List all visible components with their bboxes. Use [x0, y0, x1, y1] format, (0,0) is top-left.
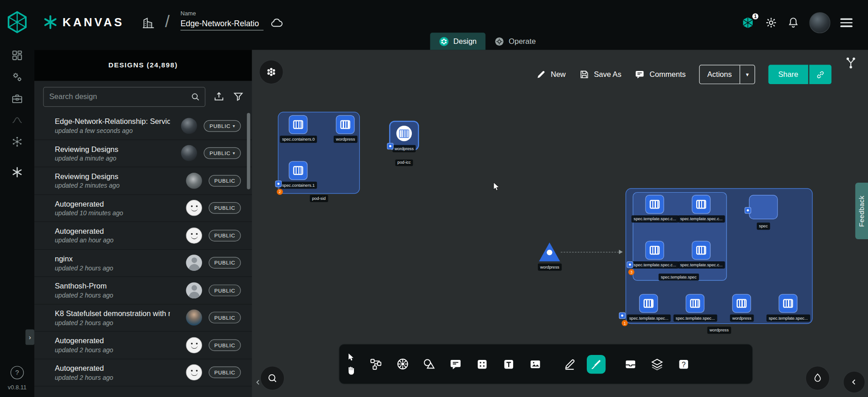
- pencil-tool[interactable]: [560, 354, 579, 373]
- kanvas-logo-icon: [43, 15, 58, 29]
- layers-tool[interactable]: [648, 354, 667, 373]
- notifications-button[interactable]: [787, 17, 799, 29]
- container-node[interactable]: spec.template.spec...: [766, 294, 810, 321]
- user-avatar[interactable]: [809, 12, 830, 33]
- caret-down-icon: ▾: [233, 123, 236, 128]
- toolbox-icon[interactable]: [6, 91, 28, 106]
- visibility-badge[interactable]: PUBLIC: [209, 202, 241, 214]
- drop-pin-button[interactable]: [806, 366, 830, 390]
- issue-count-badge: 1: [622, 320, 627, 326]
- container-node[interactable]: spec.template.spec.c...: [632, 241, 679, 269]
- save-as-button[interactable]: Save As: [579, 69, 622, 80]
- comments-button[interactable]: Comments: [635, 69, 686, 80]
- visibility-badge[interactable]: PUBLIC▾: [204, 147, 241, 159]
- list-item[interactable]: Reviewing Designsupdated a minute ago PU…: [34, 140, 252, 167]
- container-node[interactable]: wordpress: [334, 115, 357, 143]
- list-item[interactable]: Autogeneratedupdated an hour ago PUBLIC: [34, 222, 252, 250]
- visibility-badge[interactable]: PUBLIC: [209, 257, 241, 269]
- share-button[interactable]: Share: [769, 65, 808, 84]
- list-item[interactable]: Autogeneratedupdated 10 minutes ago PUBL…: [34, 194, 252, 222]
- kubernetes-wheel-icon: [396, 357, 410, 371]
- actions-button[interactable]: Actions ▾: [699, 65, 755, 84]
- search-input[interactable]: [49, 92, 190, 100]
- kubernetes-badge-icon: [275, 180, 282, 187]
- design-tab-icon: [439, 36, 449, 46]
- zoom-button[interactable]: [260, 366, 285, 390]
- visibility-badge[interactable]: PUBLIC: [209, 339, 241, 351]
- tab-design[interactable]: Design: [430, 33, 485, 50]
- dashboard-icon[interactable]: [6, 47, 28, 63]
- design-name-input[interactable]: [180, 18, 264, 30]
- edge-pen-tool[interactable]: [587, 354, 606, 373]
- edge-connector[interactable]: [561, 252, 622, 252]
- adapters-icon[interactable]: [6, 134, 28, 149]
- visibility-badge[interactable]: PUBLIC: [209, 175, 241, 187]
- hierarchy-toggle-icon[interactable]: [845, 57, 857, 71]
- tab-operate[interactable]: Operate: [486, 33, 545, 50]
- organization-icon[interactable]: [142, 16, 155, 32]
- kanvas-hexagon-logo-icon[interactable]: [5, 9, 30, 35]
- performance-curve-icon[interactable]: [6, 113, 28, 128]
- visibility-badge[interactable]: PUBLIC▾: [204, 120, 241, 132]
- node-label: spec.template.spec...: [766, 315, 810, 321]
- shapes-tool[interactable]: [420, 354, 439, 373]
- comment-tool[interactable]: [446, 354, 465, 373]
- visibility-badge[interactable]: PUBLIC: [209, 284, 241, 296]
- design-title: Autogenerated: [55, 227, 170, 235]
- list-item[interactable]: nginxupdated 2 hours ago PUBLIC: [34, 250, 252, 277]
- spec-node[interactable]: [749, 195, 778, 219]
- kubernetes-tool[interactable]: [393, 354, 412, 373]
- drawer-tool[interactable]: [621, 354, 640, 373]
- node-label: pod-icc: [395, 159, 413, 166]
- help-icon[interactable]: ?: [10, 366, 24, 379]
- list-item[interactable]: Edge-Network-Relationship: Serviceupdate…: [34, 113, 252, 140]
- media-tool[interactable]: [526, 354, 545, 373]
- cloud-sync-icon[interactable]: [270, 17, 283, 32]
- canvas-menu-button[interactable]: [259, 60, 283, 84]
- list-item[interactable]: Santhosh-Promupdated 2 hours ago PUBLIC: [34, 277, 252, 304]
- feedback-tab[interactable]: Feedback: [855, 183, 868, 239]
- container-node[interactable]: wordpress: [730, 294, 754, 321]
- settings-button[interactable]: [765, 17, 777, 29]
- select-tool[interactable]: [346, 352, 356, 363]
- filter-icon[interactable]: [232, 91, 244, 103]
- list-item[interactable]: Autogeneratedupdated 2 hours ago PUBLIC: [34, 359, 252, 387]
- list-scrollbar[interactable]: [247, 113, 250, 189]
- collapse-right-button[interactable]: [843, 371, 865, 393]
- flow-tool[interactable]: [367, 354, 386, 373]
- import-icon[interactable]: [213, 91, 225, 103]
- container-node[interactable]: spec.template.spec.c...: [632, 195, 679, 222]
- container-node[interactable]: spec.template.spec.c...: [678, 195, 725, 222]
- search-icon[interactable]: [190, 92, 200, 102]
- container-icon: [692, 195, 711, 214]
- caret-down-icon[interactable]: ▾: [740, 65, 755, 83]
- share-link-button[interactable]: [809, 65, 831, 84]
- container-node[interactable]: spec.containers.1: [280, 161, 317, 189]
- menu-hamburger-icon[interactable]: [840, 19, 853, 27]
- container-node[interactable]: spec.template.spec...: [627, 294, 671, 321]
- help-tool[interactable]: ?: [674, 354, 693, 373]
- list-item[interactable]: Reviewing Designsupdated 2 minutes ago P…: [34, 167, 252, 195]
- question-icon: ?: [677, 357, 690, 370]
- list-item[interactable]: Autogeneratedupdated 2 hours ago PUBLIC: [34, 331, 252, 359]
- panel-collapse-handle[interactable]: ›: [25, 330, 34, 345]
- visibility-badge[interactable]: PUBLIC: [209, 312, 241, 324]
- new-button[interactable]: New: [536, 69, 566, 80]
- text-tool[interactable]: [499, 354, 518, 373]
- pod-node[interactable]: wordpress pod-icc: [389, 121, 419, 166]
- issue-count-badge: 2: [277, 189, 283, 195]
- pan-tool[interactable]: [346, 365, 356, 376]
- visibility-badge[interactable]: PUBLIC: [209, 230, 241, 241]
- widgets-tool[interactable]: [473, 354, 492, 373]
- list-item[interactable]: K8 Statefulset demonstration with mupdat…: [34, 304, 252, 332]
- container-node[interactable]: spec.containers.0: [280, 115, 317, 143]
- kanvas-asterisk-icon[interactable]: [6, 165, 28, 180]
- visibility-badge[interactable]: PUBLIC: [209, 367, 241, 378]
- meshery-extension-button[interactable]: 1: [741, 15, 755, 30]
- container-node[interactable]: spec.template.spec.c...: [678, 241, 725, 269]
- visibility-label: PUBLIC: [214, 369, 235, 375]
- service-node[interactable]: wordpress: [538, 242, 561, 270]
- lifecycle-gears-icon[interactable]: [6, 69, 28, 85]
- design-canvas[interactable]: New Save As Comments Actions ▾ Share: [252, 50, 868, 397]
- container-node[interactable]: spec.template.spec...: [674, 294, 717, 321]
